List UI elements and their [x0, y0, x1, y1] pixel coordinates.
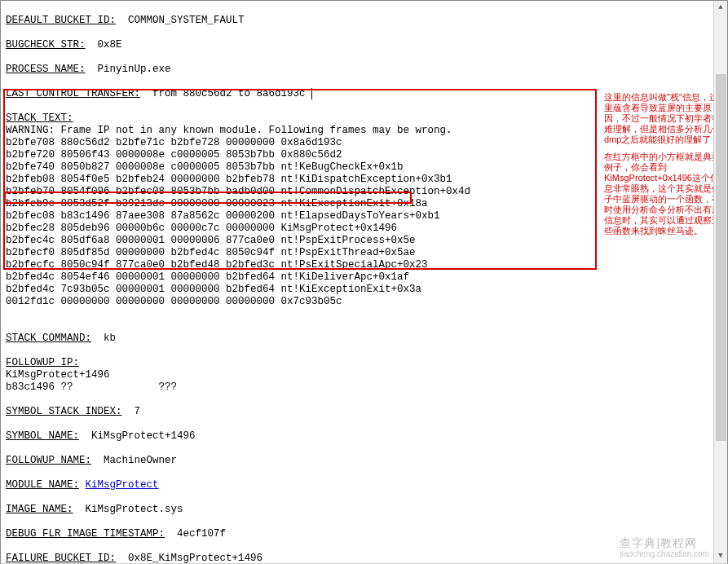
- stack-line: b2bfecf0 805df85d 00000000 b2bfed4c 8050…: [6, 247, 416, 258]
- field-stack-text: STACK_TEXT:: [6, 112, 73, 124]
- val-symbol-name: KiMsgProtect+1496: [91, 430, 196, 442]
- text-cursor: [306, 88, 313, 99]
- vertical-scrollbar[interactable]: ▲ ▼: [713, 1, 727, 563]
- field-failure-bucket-id: FAILURE_BUCKET_ID:: [6, 553, 116, 564]
- scroll-up-arrow-icon[interactable]: ▲: [714, 1, 727, 15]
- field-bugcheck-str: BUGCHECK_STR:: [6, 39, 86, 51]
- stack-line: b2bfe720 80506f43 0000008e c0000005 8053…: [6, 149, 342, 161]
- stack-line: b2bfec4c 805df6a8 00000001 00000006 877c…: [6, 235, 416, 246]
- field-last-control-transfer: LAST_CONTROL_TRANSFER:: [6, 88, 140, 99]
- field-followup-name: FOLLOWUP_NAME:: [6, 455, 91, 466]
- field-symbol-name: SYMBOL_NAME:: [6, 430, 79, 442]
- scroll-down-arrow-icon[interactable]: ▼: [714, 549, 727, 563]
- val-last-control-transfer: from 880c56d2 to 8a6d193c: [152, 88, 306, 99]
- stack-line: b2bfeb08 8054f0e5 b2bfeb24 00000000 b2bf…: [6, 174, 452, 185]
- field-module-name: MODULE_NAME:: [6, 479, 79, 491]
- debugger-output-window: DEFAULT_BUCKET_ID: COMMON_SYSTEM_FAULT B…: [0, 0, 728, 564]
- val-process-name: PinyinUp.exe: [98, 64, 171, 75]
- field-process-name: PROCESS_NAME:: [6, 64, 86, 75]
- val-followup-name: MachineOwner: [104, 455, 177, 466]
- stack-line: b2bfeb70 8054f096 b2bfec08 8053b7bb badb…: [6, 186, 470, 197]
- val-default-bucket-id: COMMON_SYSTEM_FAULT: [128, 15, 245, 26]
- annotation-para-2: 在红方框中的小方框就是典型例子，你会看到KiMsgProtect+0x1496这…: [604, 152, 725, 236]
- val-debug-timestamp: 4ecf107f: [177, 528, 226, 540]
- stack-line: b2bfed4c 8054ef46 00000001 00000000 b2bf…: [6, 271, 409, 283]
- val-stack-command: kb: [104, 333, 116, 344]
- annotation-text: 这里的信息叫做"栈"信息，这里蕴含着导致蓝屏的主要原因，不过一般情况下初学者很难…: [604, 92, 725, 236]
- field-symbol-stack-index: SYMBOL_STACK_INDEX:: [6, 406, 122, 417]
- stack-line: b2bfed4c 7c93b05c 00000001 00000000 b2bf…: [6, 284, 421, 295]
- stack-line: b2bfe740 8050b827 0000008e c0000005 8053…: [6, 161, 404, 173]
- val-bugcheck-str: 0x8E: [98, 39, 122, 51]
- field-image-name: IMAGE_NAME:: [6, 504, 73, 515]
- stack-line: b2bfeb9c 8053d52f b39213dc 00000000 0000…: [6, 198, 428, 209]
- scroll-thumb[interactable]: [716, 74, 726, 441]
- stack-line: b2bfecfc 8050c94f 877ca0e0 b2bfed48 b2bf…: [6, 259, 428, 271]
- followup-ip-symbol: KiMsgProtect+1496: [6, 369, 110, 381]
- val-failure-bucket-id: 0x8E_KiMsgProtect+1496: [128, 553, 263, 564]
- field-debug-timestamp: DEBUG_FLR_IMAGE_TIMESTAMP:: [6, 528, 165, 540]
- followup-ip-bytes: b83c1496 ?? ???: [6, 381, 177, 393]
- val-image-name: KiMsgProtect.sys: [86, 504, 183, 515]
- debug-text-content[interactable]: DEFAULT_BUCKET_ID: COMMON_SYSTEM_FAULT B…: [6, 2, 711, 564]
- field-stack-command: STACK_COMMAND:: [6, 333, 91, 344]
- stack-warning: WARNING: Frame IP not in any known modul…: [6, 125, 452, 136]
- stack-line: b2bfec08 b83c1496 87aee308 87a8562c 0000…: [6, 210, 440, 222]
- stack-line: b2bfe708 880c56d2 b2bfe71c b2bfe728 0000…: [6, 137, 342, 148]
- stack-line-highlight: b2bfec28 805deb96 00000b6c 00000c7c 0000…: [6, 223, 397, 234]
- stack-line: 0012fd1c 00000000 00000000 00000000 0000…: [6, 296, 342, 307]
- annotation-para-1: 这里的信息叫做"栈"信息，这里蕴含着导致蓝屏的主要原因，不过一般情况下初学者很难…: [604, 92, 725, 145]
- field-default-bucket-id: DEFAULT_BUCKET_ID:: [6, 15, 116, 26]
- field-followup-ip: FOLLOWUP_IP:: [6, 357, 79, 368]
- val-symbol-stack-index: 7: [135, 406, 141, 417]
- module-name-link[interactable]: KiMsgProtect: [86, 479, 159, 491]
